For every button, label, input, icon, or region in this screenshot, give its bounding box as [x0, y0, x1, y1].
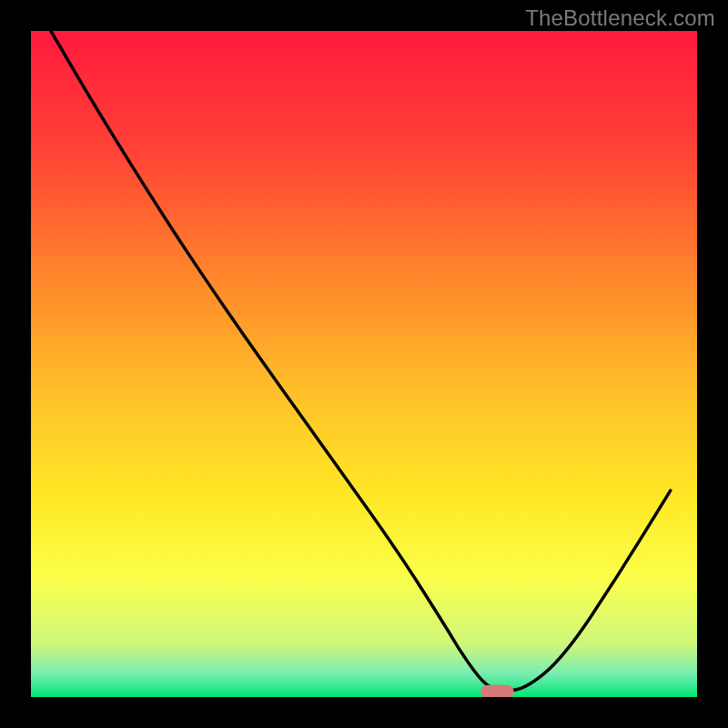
gradient-background: [31, 31, 697, 697]
watermark-text: TheBottleneck.com: [525, 5, 715, 31]
chart-svg: [0, 0, 728, 728]
bottleneck-chart: TheBottleneck.com: [0, 0, 728, 728]
optimal-marker: [480, 685, 514, 699]
